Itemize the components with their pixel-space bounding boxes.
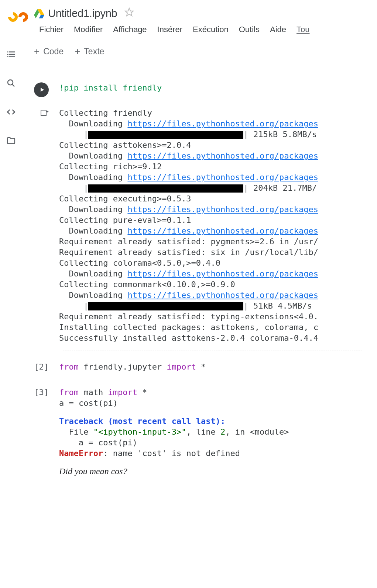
cell-toolbar: + Code + Texte: [22, 39, 377, 64]
add-text-button[interactable]: + Texte: [75, 46, 104, 57]
content-area: + Code + Texte !pip install friendly: [22, 39, 377, 483]
cell-divider: [63, 350, 362, 350]
menu-modifier[interactable]: Modifier: [69, 25, 108, 34]
files-icon[interactable]: [6, 136, 16, 146]
svg-line-8: [12, 84, 14, 86]
star-icon[interactable]: [124, 7, 134, 20]
svg-marker-9: [41, 88, 44, 92]
menu-affichage[interactable]: Affichage: [108, 25, 152, 34]
cells-container: !pip install friendly Collecting friendl…: [22, 64, 377, 477]
code-snippets-icon[interactable]: [6, 107, 16, 117]
menu-more[interactable]: Tou: [291, 25, 315, 34]
document-title[interactable]: Untitled1.ipynb: [48, 7, 117, 20]
plus-icon: +: [34, 46, 40, 57]
menu-aide[interactable]: Aide: [265, 25, 291, 34]
code-cell[interactable]: [2] from friendly.jupyter import *: [22, 361, 377, 372]
search-icon[interactable]: [6, 78, 16, 88]
cell-output-error: Traceback (most recent call last): File …: [22, 416, 377, 477]
cell-source[interactable]: !pip install friendly: [59, 82, 377, 93]
cell-output: Collecting friendly Downloading https://…: [22, 108, 377, 343]
colab-logo[interactable]: [0, 3, 34, 24]
clear-output-icon[interactable]: [40, 108, 49, 117]
svg-point-7: [8, 80, 13, 85]
drive-icon: [34, 9, 44, 19]
menu-inserer[interactable]: Insérer: [152, 25, 188, 34]
toc-icon[interactable]: [6, 50, 16, 59]
add-code-button[interactable]: + Code: [34, 46, 64, 57]
output-text: Collecting friendly Downloading https://…: [59, 108, 377, 343]
svg-marker-0: [126, 8, 134, 16]
cell-source[interactable]: from friendly.jupyter import *: [59, 361, 377, 372]
friendly-hint: Did you mean cos?: [59, 466, 377, 477]
traceback: Traceback (most recent call last): File …: [59, 416, 377, 477]
menubar: Fichier Modifier Affichage Insérer Exécu…: [34, 22, 377, 39]
code-cell[interactable]: [3] from math import * a = cost(pi): [22, 387, 377, 408]
menu-outils[interactable]: Outils: [234, 25, 265, 34]
cell-source[interactable]: from math import * a = cost(pi): [59, 387, 377, 408]
colab-logo-left: [6, 10, 20, 24]
colab-logo-right: [17, 10, 30, 24]
execution-count: [2]: [34, 361, 49, 371]
menu-execution[interactable]: Exécution: [188, 25, 234, 34]
svg-rect-10: [41, 110, 46, 115]
code-cell[interactable]: !pip install friendly: [22, 82, 377, 97]
sidebar: [0, 39, 22, 483]
menu-fichier[interactable]: Fichier: [34, 25, 69, 34]
plus-icon: +: [75, 46, 80, 57]
run-button[interactable]: [34, 82, 49, 97]
add-code-label: Code: [43, 47, 64, 57]
header: Untitled1.ipynb Fichier Modifier Afficha…: [0, 0, 377, 39]
add-text-label: Texte: [84, 47, 104, 57]
execution-count: [3]: [34, 387, 49, 397]
